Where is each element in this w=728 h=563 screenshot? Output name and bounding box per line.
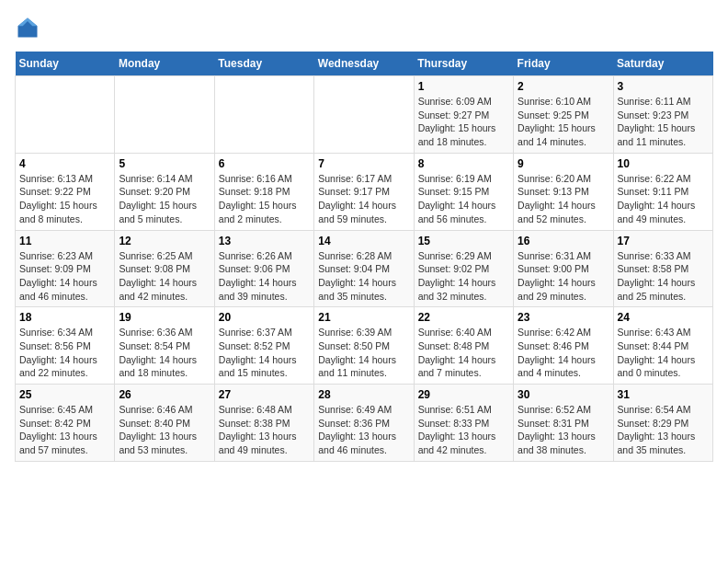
day-cell: 26Sunrise: 6:46 AM Sunset: 8:40 PM Dayli… (115, 385, 214, 462)
day-header-thursday: Thursday (414, 52, 513, 76)
day-info: Sunrise: 6:28 AM Sunset: 9:04 PM Dayligh… (318, 249, 409, 304)
day-number: 3 (618, 80, 709, 93)
day-cell: 23Sunrise: 6:42 AM Sunset: 8:46 PM Dayli… (514, 307, 613, 385)
day-cell: 11Sunrise: 6:23 AM Sunset: 9:09 PM Dayli… (16, 230, 115, 307)
day-number: 29 (418, 388, 509, 401)
day-info: Sunrise: 6:29 AM Sunset: 9:02 PM Dayligh… (418, 249, 509, 304)
day-cell (16, 76, 115, 154)
week-row-4: 18Sunrise: 6:34 AM Sunset: 8:56 PM Dayli… (16, 307, 713, 385)
day-number: 13 (219, 235, 310, 247)
day-cell: 5Sunrise: 6:14 AM Sunset: 9:20 PM Daylig… (115, 153, 214, 230)
day-number: 11 (19, 235, 110, 247)
day-info: Sunrise: 6:40 AM Sunset: 8:48 PM Dayligh… (418, 326, 509, 380)
day-number: 1 (418, 80, 509, 93)
day-cell: 24Sunrise: 6:43 AM Sunset: 8:44 PM Dayli… (613, 307, 712, 385)
day-cell: 19Sunrise: 6:36 AM Sunset: 8:54 PM Dayli… (115, 307, 214, 385)
day-number: 7 (318, 157, 409, 170)
day-info: Sunrise: 6:51 AM Sunset: 8:33 PM Dayligh… (418, 403, 509, 457)
day-info: Sunrise: 6:19 AM Sunset: 9:15 PM Dayligh… (418, 172, 509, 226)
day-cell: 9Sunrise: 6:20 AM Sunset: 9:13 PM Daylig… (514, 153, 613, 230)
day-number: 10 (618, 157, 709, 170)
day-cell (115, 76, 214, 154)
day-cell: 13Sunrise: 6:26 AM Sunset: 9:06 PM Dayli… (214, 230, 313, 307)
day-info: Sunrise: 6:54 AM Sunset: 8:29 PM Dayligh… (618, 403, 709, 457)
day-cell (314, 76, 414, 154)
day-number: 9 (518, 157, 609, 170)
day-header-tuesday: Tuesday (214, 52, 313, 76)
logo (15, 15, 44, 40)
day-cell: 17Sunrise: 6:33 AM Sunset: 8:58 PM Dayli… (613, 230, 712, 307)
day-cell: 2Sunrise: 6:10 AM Sunset: 9:25 PM Daylig… (514, 76, 613, 154)
day-cell: 27Sunrise: 6:48 AM Sunset: 8:38 PM Dayli… (214, 385, 313, 462)
day-number: 14 (318, 235, 409, 247)
day-number: 31 (618, 388, 709, 401)
day-info: Sunrise: 6:09 AM Sunset: 9:27 PM Dayligh… (418, 95, 509, 149)
week-row-1: 1Sunrise: 6:09 AM Sunset: 9:27 PM Daylig… (16, 76, 713, 154)
day-info: Sunrise: 6:43 AM Sunset: 8:44 PM Dayligh… (618, 326, 709, 380)
day-info: Sunrise: 6:17 AM Sunset: 9:17 PM Dayligh… (318, 172, 409, 226)
day-cell: 31Sunrise: 6:54 AM Sunset: 8:29 PM Dayli… (613, 385, 712, 462)
day-info: Sunrise: 6:20 AM Sunset: 9:13 PM Dayligh… (518, 172, 609, 226)
day-cell: 28Sunrise: 6:49 AM Sunset: 8:36 PM Dayli… (314, 385, 414, 462)
day-info: Sunrise: 6:23 AM Sunset: 9:09 PM Dayligh… (19, 249, 110, 304)
day-cell: 15Sunrise: 6:29 AM Sunset: 9:02 PM Dayli… (414, 230, 513, 307)
day-cell: 16Sunrise: 6:31 AM Sunset: 9:00 PM Dayli… (514, 230, 613, 307)
day-cell: 8Sunrise: 6:19 AM Sunset: 9:15 PM Daylig… (414, 153, 513, 230)
day-cell (214, 76, 313, 154)
day-info: Sunrise: 6:36 AM Sunset: 8:54 PM Dayligh… (119, 326, 210, 380)
day-cell: 18Sunrise: 6:34 AM Sunset: 8:56 PM Dayli… (16, 307, 115, 385)
day-number: 6 (219, 157, 310, 170)
day-header-wednesday: Wednesday (314, 52, 414, 76)
day-number: 5 (119, 157, 210, 170)
day-info: Sunrise: 6:26 AM Sunset: 9:06 PM Dayligh… (219, 249, 310, 304)
day-number: 12 (119, 235, 210, 247)
day-info: Sunrise: 6:46 AM Sunset: 8:40 PM Dayligh… (119, 403, 210, 457)
day-number: 17 (618, 235, 709, 247)
day-number: 8 (418, 157, 509, 170)
day-cell: 20Sunrise: 6:37 AM Sunset: 8:52 PM Dayli… (214, 307, 313, 385)
day-cell: 4Sunrise: 6:13 AM Sunset: 9:22 PM Daylig… (16, 153, 115, 230)
header (15, 15, 713, 40)
calendar-table: SundayMondayTuesdayWednesdayThursdayFrid… (15, 52, 713, 462)
day-number: 23 (518, 311, 609, 324)
day-number: 2 (518, 80, 609, 93)
day-info: Sunrise: 6:13 AM Sunset: 9:22 PM Dayligh… (19, 172, 110, 226)
day-number: 15 (418, 235, 509, 247)
day-number: 20 (219, 311, 310, 324)
day-cell: 10Sunrise: 6:22 AM Sunset: 9:11 PM Dayli… (613, 153, 712, 230)
day-info: Sunrise: 6:48 AM Sunset: 8:38 PM Dayligh… (219, 403, 310, 457)
day-info: Sunrise: 6:37 AM Sunset: 8:52 PM Dayligh… (219, 326, 310, 380)
day-cell: 12Sunrise: 6:25 AM Sunset: 9:08 PM Dayli… (115, 230, 214, 307)
day-info: Sunrise: 6:45 AM Sunset: 8:42 PM Dayligh… (19, 403, 110, 457)
day-header-monday: Monday (115, 52, 214, 76)
day-header-saturday: Saturday (613, 52, 712, 76)
day-info: Sunrise: 6:52 AM Sunset: 8:31 PM Dayligh… (518, 403, 609, 457)
day-number: 22 (418, 311, 509, 324)
day-number: 18 (19, 311, 110, 324)
day-info: Sunrise: 6:25 AM Sunset: 9:08 PM Dayligh… (119, 249, 210, 304)
day-cell: 22Sunrise: 6:40 AM Sunset: 8:48 PM Dayli… (414, 307, 513, 385)
day-info: Sunrise: 6:16 AM Sunset: 9:18 PM Dayligh… (219, 172, 310, 226)
day-info: Sunrise: 6:10 AM Sunset: 9:25 PM Dayligh… (518, 95, 609, 149)
day-info: Sunrise: 6:39 AM Sunset: 8:50 PM Dayligh… (318, 326, 409, 380)
day-number: 25 (19, 388, 110, 401)
day-number: 27 (219, 388, 310, 401)
day-cell: 14Sunrise: 6:28 AM Sunset: 9:04 PM Dayli… (314, 230, 414, 307)
day-cell: 7Sunrise: 6:17 AM Sunset: 9:17 PM Daylig… (314, 153, 414, 230)
day-info: Sunrise: 6:14 AM Sunset: 9:20 PM Dayligh… (119, 172, 210, 226)
day-number: 26 (119, 388, 210, 401)
day-number: 24 (618, 311, 709, 324)
day-info: Sunrise: 6:31 AM Sunset: 9:00 PM Dayligh… (518, 249, 609, 304)
day-info: Sunrise: 6:11 AM Sunset: 9:23 PM Dayligh… (618, 95, 709, 149)
day-info: Sunrise: 6:22 AM Sunset: 9:11 PM Dayligh… (618, 172, 709, 226)
day-cell: 1Sunrise: 6:09 AM Sunset: 9:27 PM Daylig… (414, 76, 513, 154)
day-info: Sunrise: 6:49 AM Sunset: 8:36 PM Dayligh… (318, 403, 409, 457)
day-number: 21 (318, 311, 409, 324)
day-header-friday: Friday (514, 52, 613, 76)
day-number: 28 (318, 388, 409, 401)
week-row-5: 25Sunrise: 6:45 AM Sunset: 8:42 PM Dayli… (16, 385, 713, 462)
day-cell: 30Sunrise: 6:52 AM Sunset: 8:31 PM Dayli… (514, 385, 613, 462)
day-header-sunday: Sunday (16, 52, 115, 76)
day-number: 16 (518, 235, 609, 247)
day-cell: 21Sunrise: 6:39 AM Sunset: 8:50 PM Dayli… (314, 307, 414, 385)
